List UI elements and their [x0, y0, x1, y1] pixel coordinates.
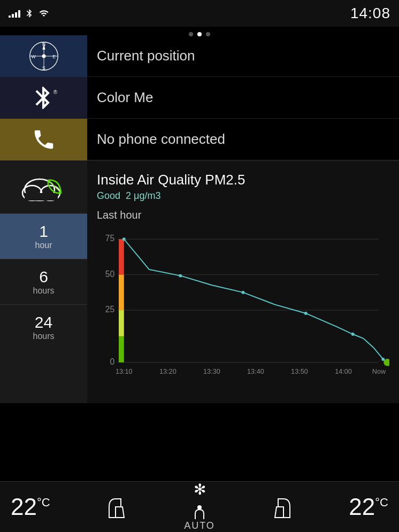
svg-text:13:10: 13:10 — [116, 368, 133, 375]
svg-text:13:30: 13:30 — [203, 368, 220, 375]
bottom-bar: 22°C ✻ AUTO 22°C — [0, 481, 399, 532]
seat-right-icon[interactable] — [268, 491, 295, 523]
svg-rect-23 — [119, 310, 124, 336]
svg-text:✻: ✻ — [193, 483, 205, 498]
time-btn-24hours-unit: hours — [0, 331, 87, 341]
svg-rect-24 — [119, 336, 124, 363]
bluetooth-status-icon — [25, 9, 34, 18]
temp-left-unit: °C — [37, 496, 50, 509]
svg-text:13:40: 13:40 — [247, 368, 264, 375]
page-dot-1[interactable] — [189, 32, 193, 36]
svg-text:S: S — [42, 65, 45, 70]
temp-right: 22°C — [349, 494, 388, 520]
svg-point-26 — [179, 274, 182, 277]
aq-value: 2 μg/m3 — [126, 190, 160, 201]
status-bar: 14:08 — [0, 0, 399, 27]
svg-rect-21 — [119, 239, 124, 274]
svg-rect-22 — [119, 275, 124, 310]
svg-point-28 — [304, 312, 308, 315]
svg-point-29 — [351, 333, 355, 336]
svg-point-25 — [122, 237, 126, 241]
phone-label: No phone connected — [87, 131, 225, 148]
wifi-icon — [39, 9, 49, 18]
svg-text:E: E — [52, 53, 56, 59]
svg-text:50: 50 — [105, 269, 115, 279]
svg-rect-12 — [25, 193, 58, 201]
aq-sidebar: 1 hour 6 hours 24 hours — [0, 161, 87, 403]
air-quality-chart: 75 50 25 0 — [97, 227, 389, 398]
page-dot-2[interactable] — [197, 32, 202, 36]
page-dots — [189, 32, 210, 36]
time-btn-24hours[interactable]: 24 hours — [0, 304, 87, 350]
aq-period: Last hour — [97, 209, 389, 221]
phone-item[interactable]: No phone connected — [0, 119, 399, 160]
temp-right-unit: °C — [375, 496, 388, 509]
chart-container: 75 50 25 0 — [97, 227, 389, 398]
status-icons — [9, 9, 49, 18]
time-btn-6hours-unit: hours — [0, 286, 87, 296]
svg-point-30 — [381, 358, 385, 361]
page-dot-3[interactable] — [206, 32, 210, 36]
svg-text:13:20: 13:20 — [159, 368, 177, 375]
nav-item[interactable]: N E S W Current position — [0, 35, 399, 77]
bottom-center: ✻ AUTO — [184, 483, 215, 531]
seat-left-icon[interactable] — [104, 491, 131, 523]
svg-point-3 — [42, 54, 45, 58]
svg-text:Now: Now — [372, 368, 386, 375]
aq-main: Inside Air Quality PM2.5 Good 2 μg/m3 La… — [87, 161, 399, 403]
svg-point-27 — [242, 291, 245, 294]
colorMe-label: Color Me — [87, 89, 153, 106]
aq-subtitle: Good 2 μg/m3 — [97, 190, 389, 202]
auto-fan-icon[interactable]: ✻ — [186, 483, 213, 504]
phone-icon — [0, 119, 87, 160]
svg-point-40 — [197, 505, 202, 510]
time-btn-24hours-num: 24 — [0, 313, 87, 331]
time-btn-6hours[interactable]: 6 hours — [0, 259, 87, 304]
time-btn-1hour[interactable]: 1 hour — [0, 213, 87, 259]
svg-text:25: 25 — [105, 305, 115, 314]
svg-text:14:00: 14:00 — [335, 368, 352, 375]
nav-label: Current position — [87, 48, 195, 64]
temp-left: 22°C — [11, 494, 50, 520]
aq-status: Good — [97, 190, 120, 201]
list-items: N E S W Current position ® Color Me No p… — [0, 35, 399, 160]
colorMe-item[interactable]: ® Color Me — [0, 77, 399, 119]
time-btn-1hour-num: 1 — [0, 222, 87, 241]
signal-icon — [9, 9, 20, 18]
auto-label: AUTO — [184, 520, 215, 531]
svg-text:0: 0 — [110, 357, 115, 366]
time-btn-1hour-unit: hour — [0, 241, 87, 250]
temp-right-value: 22 — [349, 494, 375, 520]
colorMe-icon: ® — [0, 77, 87, 119]
time-display: 14:08 — [350, 5, 390, 22]
air-quality-section: 1 hour 6 hours 24 hours Inside Air Quali… — [0, 160, 399, 403]
aq-title: Inside Air Quality PM2.5 — [97, 172, 389, 188]
svg-text:75: 75 — [105, 234, 115, 243]
svg-text:13:50: 13:50 — [291, 368, 308, 375]
seat-person-icon — [189, 504, 210, 520]
temp-left-value: 22 — [11, 494, 37, 520]
svg-text:W: W — [31, 53, 36, 59]
nav-icon: N E S W — [0, 35, 87, 77]
aq-icon — [17, 169, 71, 209]
time-btn-6hours-num: 6 — [0, 268, 87, 286]
